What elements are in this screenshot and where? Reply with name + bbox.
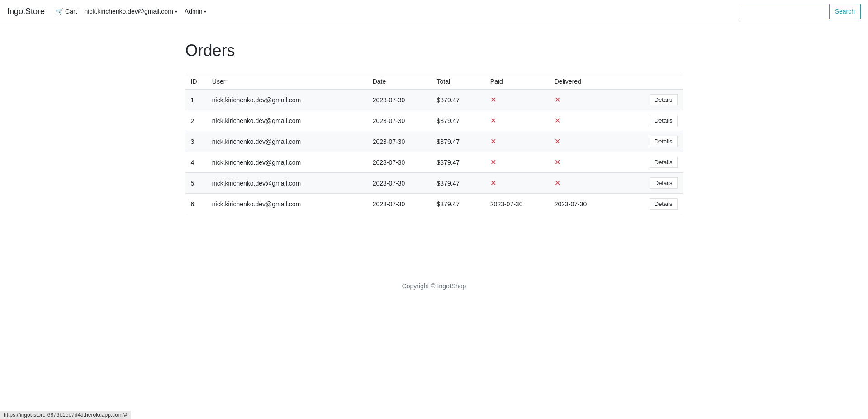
table-header-row: ID User Date Total Paid Delivered	[185, 74, 683, 90]
details-button[interactable]: Details	[650, 198, 678, 210]
details-button[interactable]: Details	[650, 94, 678, 105]
brand-logo[interactable]: IngotStore	[7, 7, 45, 16]
not-delivered-icon: ✕	[555, 138, 560, 145]
cell-total: $379.47	[432, 89, 485, 110]
cell-paid: ✕	[485, 131, 549, 152]
cell-delivered: ✕	[549, 131, 629, 152]
cell-user: nick.kirichenko.dev@gmail.com	[207, 89, 367, 110]
admin-dropdown[interactable]: Admin	[181, 5, 210, 18]
cell-total: $379.47	[432, 152, 485, 173]
cell-action: Details	[629, 173, 683, 194]
navbar: IngotStore 🛒 Cart nick.kirichenko.dev@gm…	[0, 0, 868, 23]
not-paid-icon: ✕	[490, 158, 496, 166]
table-row: 4nick.kirichenko.dev@gmail.com2023-07-30…	[185, 152, 683, 173]
cell-id: 3	[185, 131, 207, 152]
cell-total: $379.47	[432, 173, 485, 194]
user-email-dropdown[interactable]: nick.kirichenko.dev@gmail.com	[81, 5, 181, 18]
cell-delivered: ✕	[549, 110, 629, 131]
search-container: Search	[739, 4, 861, 19]
cell-total: $379.47	[432, 194, 485, 214]
cell-id: 4	[185, 152, 207, 173]
cart-label: Cart	[65, 8, 77, 15]
cell-paid: ✕	[485, 173, 549, 194]
table-header: ID User Date Total Paid Delivered	[185, 74, 683, 90]
search-input[interactable]	[739, 4, 829, 19]
cell-user: nick.kirichenko.dev@gmail.com	[207, 173, 367, 194]
cell-date: 2023-07-30	[367, 89, 432, 110]
cell-delivered: ✕	[549, 152, 629, 173]
cell-date: 2023-07-30	[367, 110, 432, 131]
col-paid: Paid	[485, 74, 549, 90]
cell-paid: 2023-07-30	[485, 194, 549, 214]
table-row: 2nick.kirichenko.dev@gmail.com2023-07-30…	[185, 110, 683, 131]
copyright-text: Copyright © IngotShop	[402, 282, 466, 290]
not-paid-icon: ✕	[490, 179, 496, 187]
not-delivered-icon: ✕	[555, 179, 560, 187]
details-button[interactable]: Details	[650, 157, 678, 168]
user-email-label: nick.kirichenko.dev@gmail.com	[85, 8, 173, 15]
search-button[interactable]: Search	[829, 4, 861, 19]
not-paid-icon: ✕	[490, 117, 496, 124]
cell-id: 5	[185, 173, 207, 194]
col-id: ID	[185, 74, 207, 90]
cell-paid: ✕	[485, 110, 549, 131]
cell-action: Details	[629, 152, 683, 173]
cell-total: $379.47	[432, 110, 485, 131]
cell-paid: ✕	[485, 89, 549, 110]
footer: Copyright © IngotShop	[0, 269, 868, 303]
not-delivered-icon: ✕	[555, 96, 560, 104]
col-date: Date	[367, 74, 432, 90]
cell-date: 2023-07-30	[367, 173, 432, 194]
col-delivered: Delivered	[549, 74, 629, 90]
cell-action: Details	[629, 194, 683, 214]
admin-label: Admin	[185, 8, 203, 15]
col-action	[629, 74, 683, 90]
details-button[interactable]: Details	[650, 177, 678, 189]
details-button[interactable]: Details	[650, 136, 678, 147]
cart-icon: 🛒	[56, 8, 63, 15]
table-row: 3nick.kirichenko.dev@gmail.com2023-07-30…	[185, 131, 683, 152]
table-row: 1nick.kirichenko.dev@gmail.com2023-07-30…	[185, 89, 683, 110]
col-user: User	[207, 74, 367, 90]
cell-action: Details	[629, 131, 683, 152]
cell-date: 2023-07-30	[367, 131, 432, 152]
not-delivered-icon: ✕	[555, 158, 560, 166]
cell-id: 2	[185, 110, 207, 131]
cell-user: nick.kirichenko.dev@gmail.com	[207, 194, 367, 214]
main-content: Orders ID User Date Total Paid Delivered…	[176, 23, 692, 233]
orders-table: ID User Date Total Paid Delivered 1nick.…	[185, 74, 683, 214]
page-title: Orders	[185, 41, 683, 60]
details-button[interactable]: Details	[650, 115, 678, 126]
cell-user: nick.kirichenko.dev@gmail.com	[207, 131, 367, 152]
not-paid-icon: ✕	[490, 96, 496, 104]
cell-date: 2023-07-30	[367, 152, 432, 173]
table-row: 6nick.kirichenko.dev@gmail.com2023-07-30…	[185, 194, 683, 214]
not-paid-icon: ✕	[490, 138, 496, 145]
cell-id: 6	[185, 194, 207, 214]
cell-action: Details	[629, 110, 683, 131]
cell-total: $379.47	[432, 131, 485, 152]
table-row: 5nick.kirichenko.dev@gmail.com2023-07-30…	[185, 173, 683, 194]
cell-delivered: ✕	[549, 89, 629, 110]
not-delivered-icon: ✕	[555, 117, 560, 124]
cart-nav-item[interactable]: 🛒 Cart	[52, 5, 81, 18]
cell-delivered: 2023-07-30	[549, 194, 629, 214]
table-body: 1nick.kirichenko.dev@gmail.com2023-07-30…	[185, 89, 683, 214]
col-total: Total	[432, 74, 485, 90]
cell-delivered: ✕	[549, 173, 629, 194]
cell-action: Details	[629, 89, 683, 110]
cell-paid: ✕	[485, 152, 549, 173]
cell-user: nick.kirichenko.dev@gmail.com	[207, 152, 367, 173]
cell-date: 2023-07-30	[367, 194, 432, 214]
cell-id: 1	[185, 89, 207, 110]
cell-user: nick.kirichenko.dev@gmail.com	[207, 110, 367, 131]
